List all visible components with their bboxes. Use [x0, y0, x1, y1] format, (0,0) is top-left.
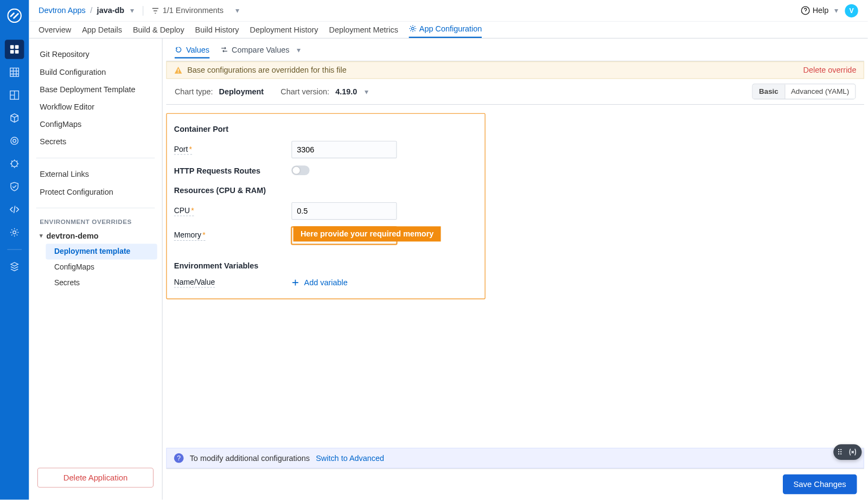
add-variable-button[interactable]: Add variable: [291, 278, 348, 287]
app-tabs: Overview App Details Build & Deploy Buil…: [29, 22, 867, 39]
info-text: To modify additional configurations: [190, 453, 310, 463]
cpu-label: CPU*: [174, 207, 194, 216]
port-input[interactable]: [291, 141, 397, 158]
tab-build-deploy[interactable]: Build & Deploy: [133, 25, 184, 38]
svg-rect-14: [178, 72, 178, 72]
env-child-secrets[interactable]: Secrets: [46, 275, 162, 291]
tab-app-configuration[interactable]: App Configuration: [409, 24, 482, 38]
rail-layout-icon[interactable]: [5, 86, 24, 105]
svg-rect-3: [10, 50, 14, 54]
sidebar-item-configmaps[interactable]: ConfigMaps: [29, 116, 162, 133]
chart-bar: Chart type: Deployment Chart version: 4.…: [166, 79, 864, 105]
rail-grid-icon[interactable]: [5, 62, 24, 82]
gear-icon: [409, 25, 417, 33]
subtab-values[interactable]: Values: [175, 45, 209, 58]
compare-icon: [220, 46, 228, 53]
banner-text: Base configurations are overridden for t…: [187, 66, 347, 75]
add-variable-label: Add variable: [304, 278, 348, 287]
config-card: Container Port Port* HTTP Requests Route…: [166, 113, 485, 299]
sidebar-item-build-configuration[interactable]: Build Configuration: [29, 63, 162, 81]
sidebar-item-external-links[interactable]: External Links: [29, 165, 162, 183]
rail-cube-icon[interactable]: [5, 108, 24, 128]
svg-point-10: [13, 231, 16, 234]
cpu-input[interactable]: [291, 202, 397, 220]
chevron-down-icon: ▾: [297, 45, 301, 54]
config-sidebar: Git Repository Build Configuration Base …: [29, 39, 162, 499]
plus-icon: [291, 279, 299, 286]
rail-shield-icon[interactable]: [5, 177, 24, 196]
rail-target-icon[interactable]: [5, 131, 24, 151]
mode-segment: Basic Advanced (YAML): [752, 84, 856, 99]
logo-icon: [6, 7, 23, 24]
rail-stack-icon[interactable]: [5, 257, 24, 277]
breadcrumb-app[interactable]: java-db: [97, 6, 125, 15]
sidebar-divider: [36, 208, 155, 208]
sidebar-item-secrets[interactable]: Secrets: [29, 133, 162, 150]
svg-rect-4: [15, 50, 19, 54]
subtab-compare-values[interactable]: Compare Values ▾: [220, 45, 301, 58]
sidebar-item-base-deployment-template[interactable]: Base Deployment Template: [29, 81, 162, 98]
svg-rect-13: [178, 68, 178, 71]
env-tree-item[interactable]: ▾ devtron-demo: [29, 228, 162, 244]
help-icon: [801, 6, 810, 15]
env-filter[interactable]: 1/1 Environments ▾: [152, 6, 240, 15]
rail-code-icon[interactable]: [5, 200, 24, 220]
rail-helm-icon[interactable]: [5, 154, 24, 174]
chart-version-select[interactable]: 4.19.0 ▾: [335, 87, 368, 96]
delete-override-link[interactable]: Delete override: [803, 66, 857, 75]
section-env-vars: Environment Variables: [174, 261, 477, 271]
seg-basic[interactable]: Basic: [753, 84, 784, 99]
chevron-down-icon: ▾: [365, 87, 369, 96]
tab-app-details[interactable]: App Details: [82, 25, 122, 38]
port-label: Port*: [174, 145, 192, 155]
section-container-port: Container Port: [174, 125, 477, 134]
help-button[interactable]: Help ▾: [801, 6, 839, 15]
chevron-down-icon: ▾: [40, 232, 43, 239]
chart-type-value: Deployment: [219, 87, 264, 96]
help-label: Help: [813, 6, 829, 15]
variable-icon: [847, 447, 858, 458]
info-icon: ?: [174, 453, 184, 463]
delete-application-button[interactable]: Delete Application: [37, 467, 154, 488]
tab-deployment-history[interactable]: Deployment History: [250, 25, 318, 38]
switch-to-advanced-link[interactable]: Switch to Advanced: [316, 453, 384, 463]
rail-apps[interactable]: [5, 40, 24, 59]
chevron-down-icon[interactable]: ▾: [130, 6, 135, 15]
section-resources: Resources (CPU & RAM): [174, 186, 477, 195]
svg-rect-5: [10, 68, 19, 76]
floating-variable-widget[interactable]: ⠿: [833, 444, 861, 460]
chart-type-label: Chart type:: [175, 87, 213, 96]
avatar[interactable]: V: [845, 4, 858, 17]
bottom-bar: Save Changes: [166, 469, 864, 500]
tab-deployment-metrics[interactable]: Deployment Metrics: [329, 25, 398, 38]
http-routes-label: HTTP Requests Routes: [174, 166, 260, 175]
breadcrumb-root[interactable]: Devtron Apps: [39, 6, 86, 15]
sidebar-item-protect-configuration[interactable]: Protect Configuration: [29, 183, 162, 200]
nav-rail: [0, 0, 29, 499]
sidebar-item-git-repository[interactable]: Git Repository: [29, 46, 162, 63]
sidebar-item-workflow-editor[interactable]: Workflow Editor: [29, 98, 162, 116]
main-panel: Values Compare Values ▾ Base configurati…: [163, 39, 868, 499]
tab-build-history[interactable]: Build History: [195, 25, 239, 38]
memory-label: Memory*: [174, 231, 206, 241]
seg-advanced[interactable]: Advanced (YAML): [784, 84, 855, 99]
svg-rect-1: [10, 45, 14, 49]
breadcrumb: Devtron Apps / java-db ▾: [39, 6, 135, 15]
tab-overview[interactable]: Overview: [39, 25, 71, 38]
svg-point-7: [11, 137, 18, 144]
rail-gear-icon[interactable]: [5, 223, 24, 242]
save-changes-button[interactable]: Save Changes: [783, 475, 857, 495]
svg-point-0: [8, 9, 21, 22]
chevron-down-icon: ▾: [834, 6, 839, 15]
http-routes-toggle[interactable]: [291, 165, 309, 175]
svg-point-8: [13, 139, 16, 143]
env-child-configmaps[interactable]: ConfigMaps: [46, 259, 162, 275]
env-child-deployment-template[interactable]: Deployment template: [46, 244, 157, 260]
drag-handle-icon: ⠿: [837, 447, 844, 457]
svg-rect-2: [15, 45, 19, 49]
warning-icon: [174, 66, 183, 75]
chart-version-label: Chart version:: [280, 87, 329, 96]
app-header: Devtron Apps / java-db ▾ 1/1 Environment…: [29, 0, 867, 22]
sidebar-section-title: ENVIRONMENT OVERRIDES: [29, 213, 162, 228]
memory-tooltip: Here provide your required memory: [293, 226, 441, 241]
